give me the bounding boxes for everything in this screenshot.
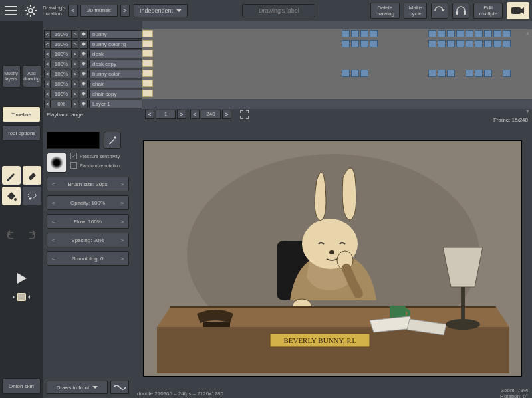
scroll-down-icon[interactable]: ▾ <box>526 108 529 114</box>
layer-name[interactable]: desk copy <box>89 60 142 68</box>
layer-track[interactable] <box>142 29 532 39</box>
brush-size-param[interactable]: <Brush size: 30px> <box>47 177 129 191</box>
layer-opacity[interactable]: <100%> <box>44 70 78 78</box>
layer-track[interactable] <box>142 39 532 49</box>
timeline-cel[interactable] <box>351 40 359 47</box>
playback-to-prev[interactable]: < <box>190 110 200 119</box>
opacity-param[interactable]: <Opacity: 100%> <box>47 195 129 210</box>
timeline-cel[interactable] <box>342 40 350 47</box>
timeline-cel[interactable] <box>466 30 473 37</box>
timeline-cel[interactable] <box>428 70 436 77</box>
camera-button[interactable] <box>507 2 529 19</box>
timeline-cel[interactable] <box>475 30 483 37</box>
eyedropper-button[interactable] <box>104 132 121 149</box>
drawings-label-input[interactable]: Drawing's label <box>242 4 315 17</box>
layer-name[interactable]: chair copy <box>89 90 142 98</box>
redo-button[interactable] <box>24 227 40 243</box>
timeline-cel[interactable] <box>370 30 378 37</box>
timeline-cel[interactable] <box>484 30 492 37</box>
fill-tool[interactable] <box>2 187 21 205</box>
timeline-cel[interactable] <box>466 40 473 47</box>
tool-options-tab[interactable]: Tool options <box>2 125 41 141</box>
layer-visibility-icon[interactable] <box>80 30 88 39</box>
playback-to-value[interactable]: 240 <box>201 110 221 119</box>
timeline-cel[interactable] <box>466 70 473 77</box>
layer-visibility-icon[interactable] <box>80 90 88 98</box>
timeline-cel[interactable] <box>142 50 153 57</box>
timeline-cel[interactable] <box>351 70 359 77</box>
timeline-cel[interactable] <box>370 40 378 47</box>
brush-preview[interactable] <box>47 153 66 173</box>
timeline-cel[interactable] <box>484 40 492 47</box>
make-cycle-button[interactable]: Makecycle <box>404 3 428 19</box>
timeline-cel[interactable] <box>438 40 446 47</box>
hamburger-menu-icon[interactable] <box>3 3 19 19</box>
settings-gear-icon[interactable] <box>23 3 39 19</box>
timeline-cel[interactable] <box>475 40 483 47</box>
playback-from-prev[interactable]: < <box>145 110 154 119</box>
timeline-cel[interactable] <box>351 30 359 37</box>
timeline-cel[interactable] <box>503 30 511 37</box>
timeline-cel[interactable] <box>342 70 350 77</box>
color-swatch[interactable] <box>47 132 100 149</box>
layer-opacity[interactable]: <100%> <box>44 80 78 88</box>
layer-name[interactable]: desk <box>89 50 142 58</box>
brush-tool[interactable] <box>2 166 21 185</box>
randomize-rotation-checkbox[interactable]: Randomize rotation <box>70 162 120 169</box>
timeline-cel[interactable] <box>142 40 153 47</box>
layer-name[interactable]: Layer 1 <box>89 100 142 108</box>
timeline-cel[interactable] <box>142 30 153 37</box>
timeline-cel[interactable] <box>142 60 153 67</box>
timeline-cel[interactable] <box>503 70 511 77</box>
timeline-cel[interactable] <box>142 80 153 87</box>
edit-multiple-button[interactable]: Editmultiple <box>473 3 503 19</box>
timeline-cel[interactable] <box>447 30 455 37</box>
timeline-cel[interactable] <box>342 30 350 37</box>
layer-track[interactable] <box>142 69 532 79</box>
expand-icon[interactable] <box>239 109 250 120</box>
delete-drawing-button[interactable]: Deletedrawing <box>370 3 400 19</box>
timeline-cel[interactable] <box>493 30 501 37</box>
timeline-cel[interactable] <box>456 30 464 37</box>
timeline-cel[interactable] <box>447 40 455 47</box>
layer-name[interactable]: bunny color fg <box>89 40 142 49</box>
timeline-cel[interactable] <box>360 40 368 47</box>
lasso-tool[interactable] <box>23 187 41 205</box>
layer-opacity[interactable]: <100%> <box>44 60 78 68</box>
undo-button[interactable] <box>3 227 19 243</box>
layer-opacity[interactable]: <100%> <box>44 40 78 49</box>
eraser-tool[interactable] <box>23 166 41 185</box>
layer-opacity[interactable]: <0%> <box>44 100 78 108</box>
play-button[interactable] <box>11 268 31 288</box>
flow-param[interactable]: <Flow: 100%> <box>47 214 129 229</box>
pressure-sensitivity-checkbox[interactable]: ✓Pressure sensitivity <box>70 153 120 159</box>
layer-visibility-icon[interactable] <box>80 40 88 49</box>
layer-opacity[interactable]: <100%> <box>44 30 78 39</box>
layer-visibility-icon[interactable] <box>80 80 88 88</box>
timeline-cel[interactable] <box>503 40 511 47</box>
timeline-cel[interactable] <box>484 70 492 77</box>
playback-from-next[interactable]: > <box>177 110 186 119</box>
layer-visibility-icon[interactable] <box>80 100 88 108</box>
timeline-cel[interactable] <box>493 40 501 47</box>
layer-name[interactable]: chair <box>89 80 142 88</box>
playback-to-next[interactable]: > <box>222 110 231 119</box>
smoothing-param[interactable]: <Smoothing: 0> <box>47 251 129 266</box>
cel-mode-dropdown[interactable]: Independent <box>134 4 188 17</box>
modify-layers-button[interactable]: Modifylayers <box>2 65 21 88</box>
draws-mode-dropdown[interactable]: Draws in front <box>47 381 108 394</box>
flip-icon[interactable] <box>431 3 448 19</box>
timeline-ruler[interactable] <box>142 21 532 29</box>
stroke-style-button[interactable] <box>110 381 129 394</box>
canvas-viewport[interactable]: BEVERLY BUNNY, P.I. <box>133 128 532 389</box>
timeline-cel[interactable] <box>438 30 446 37</box>
timeline-tab[interactable]: Timeline <box>2 106 41 122</box>
layer-track[interactable] <box>142 59 532 69</box>
layer-track[interactable] <box>142 89 532 99</box>
timeline-cel[interactable] <box>360 30 368 37</box>
layer-visibility-icon[interactable] <box>80 50 88 58</box>
timeline-cel[interactable] <box>428 30 436 37</box>
timeline-cel[interactable] <box>360 70 368 77</box>
onion-skin-button[interactable]: Onion skin <box>2 378 41 394</box>
layer-opacity[interactable]: <100%> <box>44 50 78 58</box>
